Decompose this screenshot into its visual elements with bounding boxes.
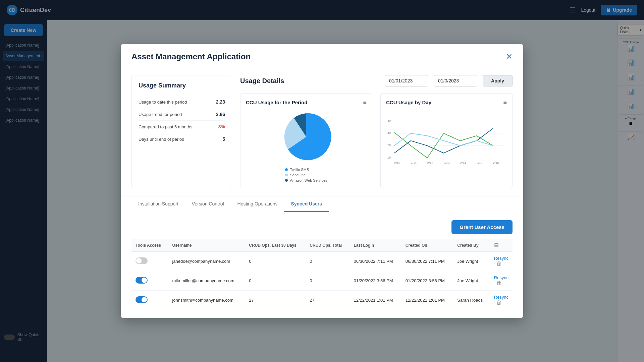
summary-row-0: Usage to date this period 2.23: [139, 96, 225, 108]
usage-details-title: Usage Details: [240, 77, 379, 85]
table-row: johnsmith@companyname.com 27 27 12/22/20…: [131, 291, 513, 310]
modal-body: Usage Summary Usage to date this period …: [121, 67, 523, 196]
created-on-1: 01/20/2022 3:56 PM: [401, 271, 453, 291]
summary-value-1: 2.86: [216, 112, 225, 117]
legend-label-0: Twillio SMS: [290, 168, 309, 172]
users-table-head: Tools Access Username CRUD Ops, Last 30 …: [131, 239, 513, 251]
date-from-input[interactable]: [385, 75, 428, 86]
last-login-0: 06/30/2022 7:11 PM: [350, 251, 401, 271]
username-2: johnsmith@companyname.com: [168, 291, 245, 310]
created-by-1: Joe Wright: [453, 271, 490, 291]
tools-access-toggle-2[interactable]: [136, 296, 148, 303]
svg-text:2/14: 2/14: [460, 161, 466, 165]
summary-value-0: 2.23: [216, 99, 225, 105]
username-1: mikemiller@companyname.com: [168, 271, 245, 291]
crud-30-0: 0: [245, 251, 306, 271]
apply-button[interactable]: Apply: [483, 75, 513, 86]
last-login-1: 01/20/2022 3:56 PM: [350, 271, 401, 291]
svg-text:2/15: 2/15: [477, 161, 483, 165]
pie-legend: Twillio SMS SendGrid Amazon Web Services: [285, 168, 327, 182]
legend-dot-1: [285, 174, 288, 176]
pie-chart-svg: [279, 110, 333, 164]
line-chart-title: CCU Usage by Day: [386, 100, 431, 105]
summary-value-3: 5: [222, 136, 225, 142]
tools-access-toggle-1[interactable]: [136, 277, 148, 284]
th-tools-access: Tools Access: [131, 239, 168, 251]
resync-link-2[interactable]: Resync: [494, 295, 508, 300]
grant-user-access-button[interactable]: Grant User Access: [451, 220, 513, 234]
toggle-knob-1: [142, 278, 147, 283]
legend-label-1: SendGrid: [290, 173, 305, 177]
resync-link-0[interactable]: Resync: [494, 256, 508, 261]
actions-2: Resync 🗑: [490, 291, 513, 310]
svg-text:2/13: 2/13: [444, 161, 450, 165]
tab-synced-users[interactable]: Synced Users: [284, 196, 329, 212]
usage-details-panel: Usage Details Apply CCU Usage for the Pe…: [240, 75, 513, 188]
summary-label-1: Usage trend for period: [139, 112, 182, 117]
modal-close-button[interactable]: ✕: [506, 53, 513, 61]
modal-header: Asset Management Application ✕: [121, 44, 523, 67]
th-filter: ⊟: [490, 239, 513, 251]
toggle-knob-2: [142, 297, 147, 302]
th-crud-total: CRUD Ops, Total: [306, 239, 350, 251]
legend-item-2: Amazon Web Services: [285, 178, 327, 182]
crud-total-1: 0: [306, 271, 350, 291]
table-header-row: Tools Access Username CRUD Ops, Last 30 …: [131, 239, 513, 251]
th-created-on: Created On: [401, 239, 453, 251]
toggle-knob-0: [136, 258, 142, 263]
table-row: janedoe@companyname.com 0 0 06/30/2022 7…: [131, 251, 513, 271]
pie-chart-menu-icon[interactable]: ≡: [363, 99, 367, 106]
users-table: Tools Access Username CRUD Ops, Last 30 …: [131, 239, 513, 310]
users-table-body: janedoe@companyname.com 0 0 06/30/2022 7…: [131, 251, 513, 310]
filter-icon[interactable]: ⊟: [494, 242, 498, 248]
last-login-2: 12/22/2021 1:01 PM: [350, 291, 401, 310]
pie-chart-title: CCU Usage for the Period: [246, 100, 307, 105]
delete-icon-1[interactable]: 🗑: [496, 280, 502, 286]
summary-row-1: Usage trend for period 2.86: [139, 108, 225, 121]
line-chart-header: CCU Usage by Day ≡: [386, 99, 507, 106]
usage-details-header: Usage Details Apply: [240, 75, 513, 86]
pie-chart-container: CCU Usage for the Period ≡: [240, 93, 372, 188]
summary-row-2: Compared to past 6 months ↓ 3%: [139, 121, 225, 133]
modal-tabs: Installation Support Version Control Hos…: [121, 196, 523, 318]
th-last-login: Last Login: [350, 239, 401, 251]
th-created-by: Created By: [453, 239, 490, 251]
tools-access-toggle-0[interactable]: [136, 257, 148, 264]
crud-30-1: 0: [245, 271, 306, 291]
legend-item-1: SendGrid: [285, 173, 327, 177]
tab-content-synced-users: Grant User Access Tools Access Username: [121, 212, 523, 318]
pie-chart-header: CCU Usage for the Period ≡: [246, 99, 367, 106]
username-0: janedoe@companyname.com: [168, 251, 245, 271]
delete-icon-2[interactable]: 🗑: [496, 300, 502, 305]
crud-total-2: 27: [306, 291, 350, 310]
summary-label-3: Days until end of period: [139, 137, 184, 142]
pie-wrapper: Twillio SMS SendGrid Amazon Web Services: [246, 110, 367, 182]
tab-installation-support[interactable]: Installation Support: [131, 196, 185, 212]
resync-link-1[interactable]: Resync: [494, 275, 508, 280]
svg-text:30: 30: [387, 131, 391, 134]
legend-item-0: Twillio SMS: [285, 168, 327, 172]
date-to-input[interactable]: [434, 75, 477, 86]
usage-summary-panel: Usage Summary Usage to date this period …: [131, 75, 232, 188]
summary-label-2: Compared to past 6 months: [139, 124, 192, 129]
line-chart-container: CCU Usage by Day ≡ 40 30 20 10: [380, 93, 513, 188]
legend-dot-2: [285, 179, 288, 182]
user-toggle-1: [131, 271, 168, 291]
line-chart-svg: 40 30 20 10 2/10 2: [386, 110, 507, 177]
delete-icon-0[interactable]: 🗑: [496, 261, 502, 266]
svg-text:2/11: 2/11: [411, 161, 417, 165]
svg-text:2/10: 2/10: [394, 161, 400, 165]
modal-title: Asset Management Application: [131, 52, 251, 61]
tab-hosting-operations[interactable]: Hosting Operations: [231, 196, 284, 212]
tabs-nav: Installation Support Version Control Hos…: [121, 196, 523, 212]
tab-header-row: Grant User Access: [131, 220, 513, 234]
th-username: Username: [168, 239, 245, 251]
svg-text:2/12: 2/12: [427, 161, 433, 165]
line-chart-menu-icon[interactable]: ≡: [503, 99, 507, 106]
modal-overlay: Asset Management Application ✕ Usage Sum…: [0, 0, 644, 362]
line-chart-wrapper: 40 30 20 10 2/10 2: [386, 110, 507, 177]
th-crud-30: CRUD Ops, Last 30 Days: [245, 239, 306, 251]
asset-management-modal: Asset Management Application ✕ Usage Sum…: [121, 44, 523, 318]
created-on-2: 12/22/2021 1:01 PM: [401, 291, 453, 310]
tab-version-control[interactable]: Version Control: [185, 196, 231, 212]
